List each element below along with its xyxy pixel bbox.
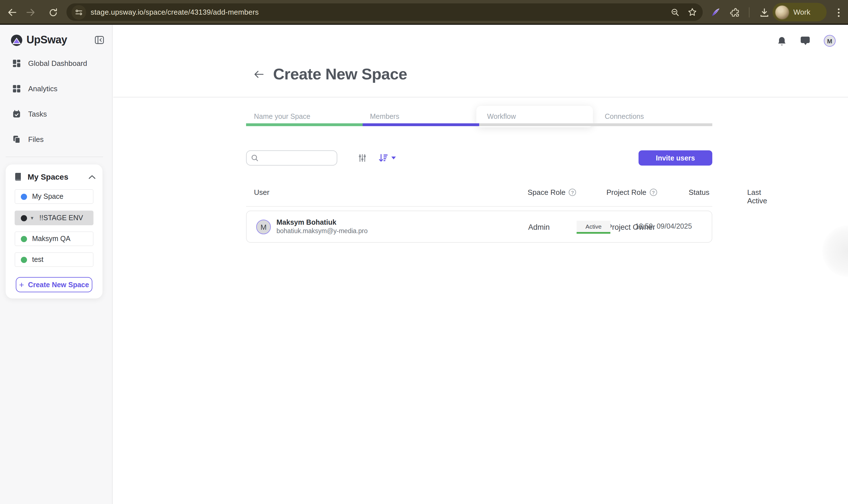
- caret-down-icon[interactable]: ▼: [30, 215, 34, 220]
- table-header: User Space Role? Project Role? Status La…: [246, 188, 712, 200]
- sidebar-item-label: Global Dashboard: [28, 59, 87, 67]
- menu-kebab-icon[interactable]: [834, 6, 842, 19]
- chat-icon[interactable]: [800, 36, 810, 46]
- files-copy-icon: [12, 135, 21, 143]
- table-row[interactable]: M Maksym Bohatiuk bohatiuk.maksym@y-medi…: [246, 211, 712, 243]
- sidebar-divider: [6, 157, 103, 157]
- invite-users-button[interactable]: Invite users: [638, 150, 712, 165]
- space-color-dot: [21, 215, 27, 221]
- create-new-space-button[interactable]: + Create New Space: [16, 277, 92, 292]
- chevron-up-icon[interactable]: [88, 174, 96, 179]
- row-user-email: bohatiuk.maksym@y-media.pro: [276, 228, 368, 234]
- space-color-dot: [21, 194, 27, 200]
- logo-text: UpSway: [26, 34, 67, 46]
- edge-floating-widget[interactable]: [822, 225, 848, 277]
- download-icon[interactable]: [759, 7, 770, 18]
- stepper-tabs: Name your Space Members Workflow Connect…: [246, 104, 712, 127]
- app-window: UpSway Global Dashboard Analytics: [0, 25, 848, 504]
- tab-label: Members: [370, 113, 399, 121]
- dashboard-grid-icon: [12, 59, 21, 67]
- back-arrow-icon[interactable]: [254, 70, 264, 79]
- upsway-logo-icon: [10, 34, 23, 47]
- sidebar-item-tasks[interactable]: Tasks: [0, 104, 112, 123]
- browser-profile-button[interactable]: Work: [773, 3, 827, 21]
- tab-label: Connections: [605, 113, 644, 121]
- space-color-dot: [21, 256, 27, 263]
- zoom-out-icon[interactable]: [671, 7, 680, 17]
- sidebar-item-label: Analytics: [28, 84, 57, 93]
- column-last-active: Last Active: [747, 188, 767, 205]
- forward-icon[interactable]: [25, 6, 38, 19]
- tab-workflow[interactable]: Workflow: [479, 104, 596, 124]
- row-avatar: M: [256, 220, 271, 234]
- progress-bar-active: [363, 123, 479, 126]
- tab-name-your-space[interactable]: Name your Space: [246, 104, 363, 124]
- progress-bar-idle: [479, 123, 712, 126]
- sort-dropdown[interactable]: [378, 153, 396, 163]
- address-bar[interactable]: stage.upsway.io/space/create/43139/add-m…: [67, 3, 703, 21]
- row-space-role: Admin: [528, 223, 550, 231]
- space-name: !!STAGE ENV: [39, 214, 83, 222]
- filter-sliders-icon[interactable]: [358, 153, 367, 163]
- row-last-active: 18:59, 09/04/2025: [635, 222, 692, 230]
- space-name: My Space: [32, 193, 64, 200]
- sidebar-item-analytics[interactable]: Analytics: [0, 79, 112, 98]
- url-text: stage.upsway.io/space/create/43139/add-m…: [91, 8, 259, 16]
- column-status: Status: [689, 188, 709, 197]
- browser-toolbar: stage.upsway.io/space/create/43139/add-m…: [0, 0, 848, 25]
- space-item-test[interactable]: test: [15, 252, 93, 267]
- sidebar-item-label: Files: [28, 135, 43, 143]
- sidebar: UpSway Global Dashboard Analytics: [0, 25, 113, 504]
- reload-icon[interactable]: [46, 6, 60, 19]
- status-badge: Active: [577, 221, 610, 234]
- main-content: M Create New Space Name your Space Membe…: [113, 25, 848, 504]
- search-input-wrapper: [246, 150, 337, 165]
- tasks-check-icon: [12, 110, 21, 118]
- bookmark-star-icon[interactable]: [687, 7, 697, 17]
- user-avatar[interactable]: M: [824, 35, 836, 47]
- create-new-space-label: Create New Space: [28, 281, 89, 289]
- space-item-stage-env[interactable]: ▼ !!STAGE ENV: [15, 211, 93, 225]
- analytics-grid-icon: [12, 84, 21, 93]
- column-space-role: Space Role?: [528, 188, 576, 197]
- tab-label: Workflow: [487, 113, 516, 121]
- sidebar-item-label: Tasks: [28, 110, 47, 118]
- help-icon[interactable]: ?: [569, 188, 576, 196]
- space-item-maksym-qa[interactable]: Maksym QA: [15, 231, 93, 246]
- progress-bar-completed: [246, 123, 363, 126]
- search-input[interactable]: [262, 151, 349, 165]
- tab-members[interactable]: Members: [363, 104, 479, 124]
- book-icon: [14, 172, 22, 181]
- space-item-my-space[interactable]: My Space: [15, 189, 93, 204]
- table-header-divider: [246, 206, 712, 207]
- plus-icon: +: [19, 280, 24, 289]
- feather-extension-icon[interactable]: [710, 7, 721, 17]
- sort-descending-icon: [378, 153, 388, 163]
- help-icon[interactable]: ?: [650, 188, 657, 196]
- header-divider: [113, 97, 848, 97]
- column-user: User: [254, 188, 269, 197]
- my-spaces-panel: My Spaces My Space ▼ !!STAGE ENV Maks: [6, 164, 103, 299]
- caret-down-icon: [391, 157, 396, 159]
- toolbar-separator: [749, 7, 750, 17]
- my-spaces-title: My Spaces: [28, 172, 68, 181]
- row-user-name: Maksym Bohatiuk: [276, 218, 337, 227]
- page-title: Create New Space: [273, 65, 407, 83]
- screen: stage.upsway.io/space/create/43139/add-m…: [0, 0, 848, 504]
- tab-connections[interactable]: Connections: [596, 104, 712, 124]
- profile-name: Work: [793, 8, 810, 16]
- space-color-dot: [21, 236, 27, 242]
- space-name: test: [32, 256, 43, 264]
- space-name: Maksym QA: [32, 235, 70, 243]
- profile-avatar: [775, 5, 790, 19]
- search-icon: [251, 154, 258, 162]
- collapse-panel-icon[interactable]: [95, 35, 104, 44]
- sidebar-item-global-dashboard[interactable]: Global Dashboard: [0, 54, 112, 73]
- tab-label: Name your Space: [254, 113, 310, 121]
- column-project-role: Project Role?: [607, 188, 657, 197]
- back-icon[interactable]: [4, 6, 18, 19]
- extensions-puzzle-icon[interactable]: [730, 7, 740, 17]
- site-info-icon[interactable]: [72, 5, 86, 19]
- sidebar-item-files[interactable]: Files: [0, 129, 112, 149]
- bell-icon[interactable]: [777, 36, 787, 46]
